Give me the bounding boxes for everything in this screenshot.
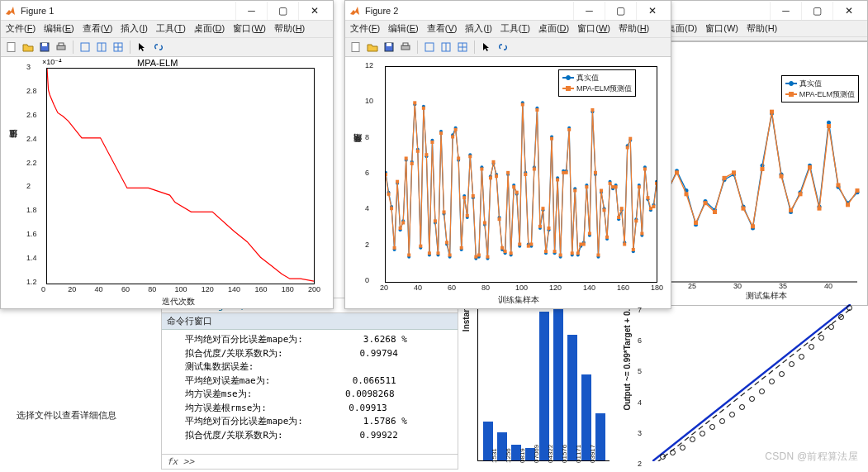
menu-item[interactable]: 编辑(E) [388, 22, 419, 35]
axes-1[interactable] [46, 68, 315, 284]
svg-rect-252 [649, 207, 652, 210]
svg-rect-197 [489, 176, 492, 179]
menu-item[interactable]: 窗口(W) [705, 22, 738, 35]
menu-item[interactable]: 窗口(W) [233, 22, 266, 35]
svg-rect-239 [611, 185, 614, 188]
tile-4-icon[interactable] [111, 40, 126, 55]
svg-rect-247 [634, 219, 638, 222]
svg-rect-184 [451, 136, 454, 139]
link-icon[interactable] [151, 40, 166, 55]
svg-rect-245 [628, 137, 632, 141]
svg-rect-253 [652, 205, 655, 208]
svg-rect-216 [544, 250, 548, 253]
menu-item[interactable]: 桌面(D) [538, 22, 569, 35]
svg-rect-229 [582, 243, 586, 246]
svg-rect-170 [410, 162, 414, 165]
minimize-button[interactable]: ─ [573, 2, 605, 20]
svg-rect-231 [588, 232, 591, 236]
svg-rect-162 [387, 193, 391, 196]
axes-2[interactable] [385, 66, 657, 283]
tile-2-icon[interactable] [94, 40, 109, 55]
svg-rect-210 [527, 245, 530, 248]
svg-rect-186 [457, 157, 460, 160]
print-icon[interactable] [54, 40, 69, 55]
svg-rect-209 [524, 173, 527, 176]
menu-item[interactable]: 文件(F) [6, 22, 36, 35]
svg-rect-206 [515, 191, 519, 194]
menu-item[interactable]: 帮助(H) [619, 22, 649, 35]
svg-rect-250 [643, 168, 647, 171]
tile-1-icon[interactable] [422, 40, 437, 55]
svg-rect-217 [548, 226, 551, 230]
new-icon[interactable] [349, 40, 363, 55]
maximize-button[interactable]: ▢ [605, 2, 636, 20]
svg-rect-28 [723, 176, 727, 180]
svg-rect-196 [486, 255, 489, 259]
close-button[interactable]: ✕ [832, 2, 864, 20]
maximize-button[interactable]: ▢ [801, 2, 832, 20]
svg-rect-190 [468, 155, 472, 158]
svg-rect-36 [799, 192, 803, 196]
new-icon[interactable] [4, 40, 19, 55]
menu-item[interactable]: 查看(V) [83, 22, 113, 35]
side-message: 选择文件以查看详细信息 [17, 409, 116, 422]
svg-rect-161 [386, 173, 387, 176]
menu-item[interactable]: 桌面(D) [194, 22, 225, 35]
svg-rect-173 [419, 245, 422, 248]
svg-rect-212 [533, 168, 536, 171]
svg-rect-230 [585, 185, 588, 188]
svg-rect-40 [837, 184, 841, 188]
tile-2-icon[interactable] [439, 40, 453, 55]
svg-rect-35 [789, 208, 793, 212]
open-icon[interactable] [21, 40, 36, 55]
svg-rect-225 [571, 251, 574, 255]
svg-rect-237 [605, 236, 609, 239]
watermark: CSDN @前程算法屋 [765, 450, 858, 464]
svg-rect-31 [751, 224, 755, 228]
close-button[interactable]: ✕ [636, 2, 667, 20]
svg-rect-33 [770, 110, 774, 114]
maximize-button[interactable]: ▢ [267, 2, 298, 20]
menu-item[interactable]: 帮助(H) [747, 22, 777, 35]
close-button[interactable]: ✕ [298, 2, 330, 20]
svg-rect-178 [434, 219, 437, 222]
svg-rect-222 [562, 171, 565, 174]
save-icon[interactable] [382, 40, 396, 55]
svg-rect-214 [538, 225, 542, 228]
menu-item[interactable]: 帮助(H) [274, 22, 305, 35]
command-prompt[interactable]: fx >> [162, 454, 458, 469]
x-axis-label: 测试集样本 [746, 290, 787, 302]
open-icon[interactable] [365, 40, 380, 55]
menu-item[interactable]: 工具(T) [500, 22, 530, 35]
tile-4-icon[interactable] [455, 40, 470, 55]
save-icon[interactable] [37, 40, 52, 55]
matlab-icon [349, 5, 360, 17]
svg-rect-181 [443, 211, 446, 214]
minimize-button[interactable]: ─ [235, 2, 267, 20]
menu-item[interactable]: 插入(I) [121, 22, 147, 35]
svg-rect-25 [694, 221, 698, 225]
menu-item[interactable]: 文件(F) [350, 22, 380, 35]
print-icon[interactable] [398, 40, 413, 55]
menu-item[interactable]: 工具(T) [156, 22, 186, 35]
menu-item[interactable]: 窗口(W) [577, 22, 610, 35]
minimize-button[interactable]: ─ [770, 2, 801, 20]
menu-item[interactable]: 编辑(E) [44, 22, 74, 35]
pointer-icon[interactable] [479, 40, 494, 55]
svg-rect-189 [466, 214, 469, 217]
tile-1-icon[interactable] [78, 40, 92, 55]
legend-label: 真实值 [576, 73, 599, 83]
menu-item[interactable]: 插入(I) [465, 22, 491, 35]
svg-rect-199 [495, 174, 498, 178]
svg-rect-220 [556, 179, 559, 182]
command-window-body[interactable]: 平均绝对百分比误差mape为: 3.6268 % 拟合优度/关联系数R为: 0.… [162, 330, 458, 454]
svg-rect-26 [704, 201, 708, 205]
svg-rect-235 [600, 189, 603, 193]
pointer-icon[interactable] [135, 40, 149, 55]
svg-rect-226 [573, 189, 576, 193]
svg-rect-201 [500, 246, 504, 250]
svg-rect-244 [626, 146, 629, 150]
svg-rect-166 [399, 226, 402, 230]
menu-item[interactable]: 查看(V) [427, 22, 458, 35]
link-icon[interactable] [496, 40, 510, 55]
